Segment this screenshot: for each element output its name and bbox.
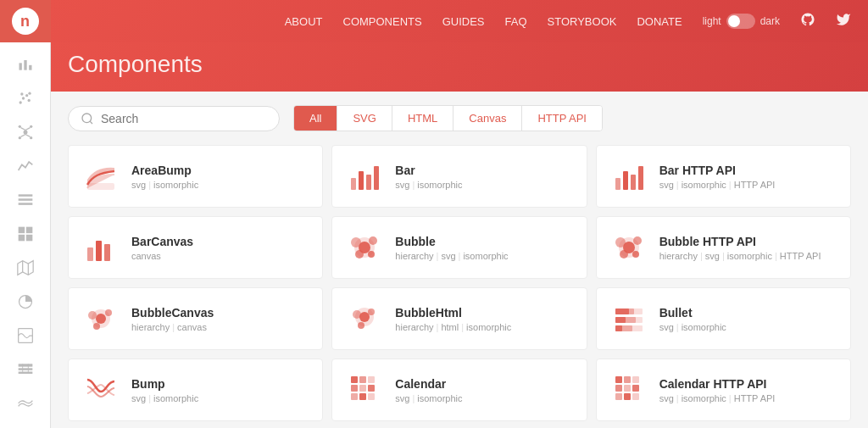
svg-rect-1 [24, 60, 26, 70]
card-bullet[interactable]: Bullet svg|isomorphic [596, 287, 851, 350]
filter-row: AllSVGHTMLCanvasHTTP API [68, 105, 851, 131]
card-name: BubbleCanvas [131, 306, 214, 320]
tab-all[interactable]: All [294, 106, 337, 131]
sidebar: n [0, 0, 51, 428]
svg-rect-23 [18, 235, 25, 242]
nav-components[interactable]: COMPONENTS [343, 15, 422, 28]
svg-point-4 [21, 97, 24, 99]
card-barcanvas[interactable]: BarCanvas canvas [68, 216, 323, 279]
sidebar-item-bar[interactable] [7, 49, 44, 80]
card-name: Bar [395, 164, 462, 177]
sidebar-item-pie[interactable] [7, 286, 44, 317]
sidebar-item-line[interactable] [7, 151, 44, 181]
nav-guides[interactable]: GUIDES [442, 15, 485, 28]
tab-canvas[interactable]: Canvas [453, 106, 522, 131]
table-icon [17, 361, 34, 378]
card-name: Calendar HTTP API [659, 377, 776, 391]
card-tag: hierarchy [395, 322, 433, 332]
card-tag: canvas [131, 251, 161, 261]
svg-rect-20 [18, 203, 32, 205]
card-bubblehtml[interactable]: BubbleHtml hierarchy|html|isomorphic [331, 287, 587, 350]
svg-rect-91 [632, 376, 639, 383]
svg-rect-97 [632, 393, 639, 400]
svg-rect-84 [359, 385, 366, 392]
card-icon-bar-canvas [82, 229, 120, 266]
svg-point-8 [27, 99, 30, 102]
card-info: Bump svg|isomorphic [131, 377, 198, 403]
svg-rect-2 [29, 65, 31, 70]
svg-point-54 [359, 242, 370, 253]
card-tag: hierarchy [131, 322, 170, 332]
card-bar-http-api[interactable]: Bar HTTP API svg|isomorphic|HTTP API [596, 145, 851, 208]
svg-point-13 [30, 136, 32, 139]
svg-rect-47 [96, 241, 102, 261]
tab-html[interactable]: HTML [392, 106, 453, 131]
card-calendar[interactable]: Calendar svg|isomorphic [331, 359, 587, 421]
sidebar-item-stream[interactable] [7, 388, 44, 419]
svg-rect-24 [25, 235, 32, 242]
sidebar-item-table[interactable] [7, 354, 44, 385]
card-tag: HTTP API [734, 393, 776, 403]
tag-separator: | [148, 393, 151, 403]
svg-point-62 [88, 311, 97, 320]
svg-point-35 [82, 114, 92, 123]
search-input[interactable] [101, 112, 267, 125]
card-tags: hierarchy|html|isomorphic [395, 322, 511, 332]
svg-line-16 [20, 135, 25, 137]
card-tags: svg|isomorphic|HTTP API [659, 180, 776, 190]
sidebar-item-geo[interactable] [7, 320, 44, 351]
card-calendar-http-api[interactable]: Calendar HTTP API svg|isomorphic|HTTP AP… [596, 359, 851, 421]
nav-donate[interactable]: DONATE [637, 15, 682, 28]
bar-chart-icon [17, 56, 34, 73]
tag-separator: | [459, 251, 461, 261]
card-info: Bar svg|isomorphic [395, 164, 462, 190]
nav-faq[interactable]: FAQ [505, 15, 527, 28]
card-tags: svg|isomorphic [395, 393, 462, 403]
sidebar-item-list[interactable] [7, 185, 44, 215]
card-tag: isomorphic [682, 180, 726, 190]
card-bubble-http-api[interactable]: Bubble HTTP API hierarchy|svg|isomorphic… [596, 216, 851, 279]
tab-http-api[interactable]: HTTP API [522, 106, 602, 131]
card-tag: isomorphic [417, 180, 462, 190]
card-tags: hierarchy|svg|isomorphic|HTTP API [659, 251, 821, 261]
svg-rect-31 [18, 368, 32, 370]
svg-rect-18 [18, 194, 32, 197]
card-tag: svg [659, 180, 674, 190]
search-box[interactable] [68, 106, 280, 131]
card-tag: svg [659, 393, 674, 403]
card-bar[interactable]: Bar svg|isomorphic [331, 145, 587, 208]
sidebar-item-grid[interactable] [7, 219, 44, 249]
card-tags: svg|isomorphic [659, 322, 726, 332]
card-bump[interactable]: Bump svg|isomorphic [68, 359, 323, 421]
card-bubble[interactable]: Bubble hierarchy|svg|isomorphic [331, 216, 587, 279]
card-info: Bubble HTTP API hierarchy|svg|isomorphic… [659, 235, 821, 261]
card-bubblecanvas[interactable]: BubbleCanvas hierarchy|canvas [68, 287, 323, 350]
sidebar-item-scatter[interactable] [7, 83, 44, 114]
card-tag: html [441, 322, 459, 332]
sidebar-logo[interactable]: n [0, 0, 51, 42]
theme-toggle-track[interactable] [726, 14, 755, 29]
nav-about[interactable]: ABOUT [285, 15, 323, 28]
card-tag: isomorphic [463, 251, 508, 261]
card-icon-calendar [610, 371, 648, 409]
sidebar-item-map[interactable] [7, 253, 44, 283]
svg-rect-86 [351, 393, 358, 400]
sidebar-item-network[interactable] [7, 117, 44, 147]
tag-separator: | [722, 251, 725, 261]
github-icon[interactable] [800, 12, 815, 31]
card-icon-bubble [346, 229, 383, 266]
topnav-links: ABOUT COMPONENTS GUIDES FAQ STORYBOOK DO… [285, 12, 851, 31]
theme-toggle[interactable]: light dark [703, 14, 780, 29]
card-tag: hierarchy [395, 251, 433, 261]
card-areabump[interactable]: AreaBump svg|isomorphic [68, 145, 323, 208]
svg-point-69 [358, 322, 364, 329]
svg-rect-46 [87, 247, 93, 261]
nav-storybook[interactable]: STORYBOOK [548, 15, 617, 28]
card-name: Bump [131, 377, 198, 391]
svg-rect-79 [615, 325, 622, 331]
tab-svg[interactable]: SVG [337, 106, 392, 131]
svg-point-64 [93, 323, 100, 330]
svg-point-10 [18, 125, 20, 128]
theme-toggle-thumb [728, 15, 740, 27]
twitter-icon[interactable] [836, 12, 851, 31]
